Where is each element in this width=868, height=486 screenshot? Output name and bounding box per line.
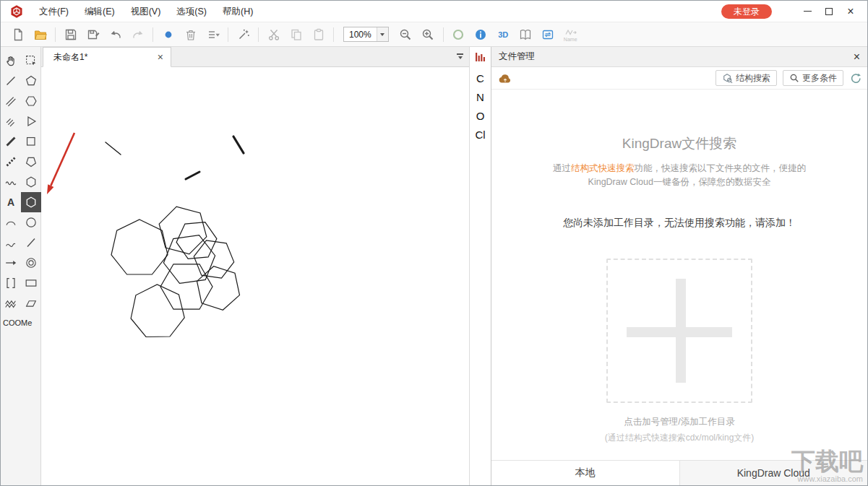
canvas-svg xyxy=(41,67,469,485)
cloud-upload-icon[interactable] xyxy=(497,72,513,84)
open-file-button[interactable] xyxy=(29,25,51,45)
pentagon-ring-tool[interactable] xyxy=(21,71,41,91)
save-button[interactable] xyxy=(59,25,82,45)
main-toolbar: 100% 3D Name xyxy=(1,22,867,47)
structure-convert-button[interactable] xyxy=(537,25,559,45)
hash-bond-tool[interactable] xyxy=(1,111,21,131)
panel-close-button[interactable]: × xyxy=(854,51,860,63)
chevron-down-icon xyxy=(380,33,384,36)
circle-ring-tool[interactable] xyxy=(21,212,41,233)
name-to-structure-button[interactable]: Name xyxy=(559,25,582,45)
tool-grid: A xyxy=(1,51,40,313)
delete-button[interactable] xyxy=(179,25,202,45)
copy-button[interactable] xyxy=(285,25,307,45)
no-directory-warning: 您尚未添加工作目录，无法使用搜索功能，请添加！ xyxy=(563,217,796,230)
new-document-button[interactable] xyxy=(7,25,29,45)
undo-button[interactable] xyxy=(104,25,126,45)
dashed-wedge-bond-tool[interactable] xyxy=(1,152,21,172)
element-cl-button[interactable]: Cl xyxy=(475,125,485,144)
redo-button[interactable] xyxy=(126,25,149,45)
menu-options[interactable]: 选项(S) xyxy=(168,1,215,22)
arrow-tool[interactable] xyxy=(1,253,21,273)
fragment-tool[interactable]: COOMe xyxy=(1,313,40,327)
drawing-canvas[interactable] xyxy=(41,67,469,485)
ring-template-button[interactable] xyxy=(447,25,470,45)
more-conditions-label: 更多条件 xyxy=(802,72,837,84)
element-c-button[interactable]: C xyxy=(476,69,484,87)
paste-button[interactable] xyxy=(307,25,330,45)
toolbar-separator xyxy=(228,27,228,42)
file-management-panel: 文件管理 × 结构搜索 更多条件 KingDraw文件搜索 通过结构式快速搜索功… xyxy=(491,47,867,485)
panel-body: KingDraw文件搜索 通过结构式快速搜索功能，快速搜索以下文件夹的文件，便捷… xyxy=(491,90,867,485)
panel-tabs: 本地 KingDraw Cloud xyxy=(491,460,867,485)
cleanup-structure-button[interactable] xyxy=(232,25,254,45)
tool-palette: A COOMe xyxy=(1,47,41,485)
bond-style-dropdown[interactable] xyxy=(202,25,224,45)
square-ring-tool[interactable] xyxy=(21,131,41,152)
double-bond-tool[interactable] xyxy=(1,91,21,111)
info-button[interactable] xyxy=(470,25,492,45)
login-button[interactable]: 未登录 xyxy=(721,4,772,19)
highlight-marker-button[interactable] xyxy=(157,25,179,45)
wedge-bond-tool[interactable] xyxy=(1,131,21,152)
element-o-button[interactable]: O xyxy=(476,106,485,125)
add-directory-subhint: (通过结构式快速搜索cdx/mol/king文件) xyxy=(605,432,755,444)
minimize-button[interactable] xyxy=(796,1,818,22)
zoom-out-button[interactable] xyxy=(395,25,417,45)
cut-button[interactable] xyxy=(262,25,285,45)
hexagon-ring-tool-selected[interactable] xyxy=(21,192,41,212)
maximize-button[interactable] xyxy=(818,1,840,22)
menu-file[interactable]: 文件(F) xyxy=(31,1,77,22)
save-as-button[interactable] xyxy=(82,25,104,45)
title-bar: 文件(F) 编辑(E) 视图(V) 选项(S) 帮助(H) 未登录 × xyxy=(1,1,867,22)
text-tool-label: A xyxy=(7,196,14,208)
tab-kingdraw-cloud[interactable]: KingDraw Cloud xyxy=(679,461,868,485)
more-conditions-button[interactable]: 更多条件 xyxy=(783,70,843,86)
maximize-icon xyxy=(825,8,833,15)
tab-close-icon[interactable]: × xyxy=(158,52,163,62)
rectangle-tool[interactable] xyxy=(21,273,41,293)
hexagon-ring-tool[interactable] xyxy=(21,91,41,111)
library-button[interactable] xyxy=(515,25,537,45)
zoom-select[interactable]: 100% xyxy=(343,27,389,42)
close-button[interactable]: × xyxy=(840,1,861,22)
text-tool[interactable]: A xyxy=(1,192,21,212)
benzene-ring-tool[interactable] xyxy=(21,253,41,273)
bond-line-tool[interactable] xyxy=(21,233,41,253)
pentagon-ring-tool-alt[interactable] xyxy=(21,152,41,172)
bracket-tool[interactable] xyxy=(1,273,21,293)
polygon-tool[interactable] xyxy=(21,293,41,313)
add-directory-dropzone[interactable] xyxy=(606,259,752,403)
zoom-dropdown-button[interactable] xyxy=(377,27,388,41)
marquee-select-tool[interactable] xyxy=(21,51,41,71)
kingdraw-window: { "titlebar": { "menus": ["文件(F)", "编辑(E… xyxy=(0,0,868,486)
curve-tool[interactable] xyxy=(1,233,21,253)
tab-bar: 未命名1* × xyxy=(41,47,469,67)
desc-highlight[interactable]: 结构式快速搜索 xyxy=(571,163,635,173)
wavy-bond-tool[interactable] xyxy=(1,172,21,192)
refresh-button[interactable] xyxy=(849,72,861,84)
view-3d-button[interactable]: 3D xyxy=(492,25,515,45)
pan-tool[interactable] xyxy=(1,51,21,71)
tab-local[interactable]: 本地 xyxy=(491,461,679,485)
chevron-down-icon xyxy=(458,56,463,59)
tab-list-button[interactable] xyxy=(457,53,463,59)
element-n-button[interactable]: N xyxy=(476,87,484,106)
zoom-in-button[interactable] xyxy=(417,25,439,45)
document-tab-title: 未命名1* xyxy=(53,51,87,64)
toolbar-separator xyxy=(258,27,259,42)
menu-help[interactable]: 帮助(H) xyxy=(215,1,261,22)
search-description: 通过结构式快速搜索功能，快速搜索以下文件夹的文件，便捷的 KingDraw Cl… xyxy=(538,162,821,189)
single-bond-tool[interactable] xyxy=(1,71,21,91)
triangle-ring-tool[interactable] xyxy=(21,111,41,131)
menu-edit[interactable]: 编辑(E) xyxy=(77,1,123,22)
polyline-tool[interactable] xyxy=(1,293,21,313)
menu-view[interactable]: 视图(V) xyxy=(123,1,169,22)
arc-tool[interactable] xyxy=(1,212,21,233)
toolbar-separator xyxy=(55,27,56,42)
hexagon-ring-tool-alt[interactable] xyxy=(21,172,41,192)
zoom-value: 100% xyxy=(344,30,377,40)
structure-search-button[interactable]: 结构搜索 xyxy=(716,70,777,86)
document-tab[interactable]: 未命名1* × xyxy=(43,47,171,67)
spectrum-icon[interactable] xyxy=(475,52,486,62)
